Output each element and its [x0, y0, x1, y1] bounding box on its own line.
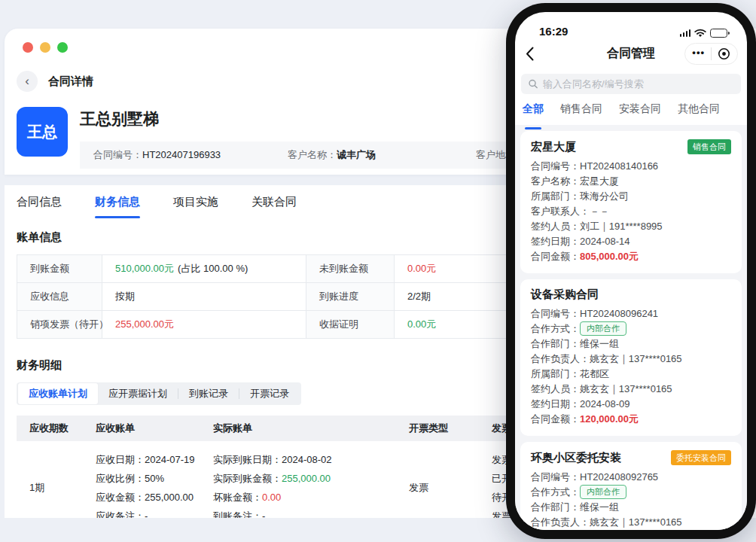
finance-detail-tabs: 应收账单计划 应开票据计划 到账记录 开票记录 — [17, 382, 301, 405]
cooperation-tag: 内部合作 — [580, 321, 626, 336]
receivable-cell: 应收日期：2024-07-19 应收比例：50% 应收金额：255,000.00… — [83, 450, 200, 518]
status-bar: 16:29 — [515, 12, 747, 39]
bill-label: 到账进度 — [306, 283, 395, 310]
card-field: 签约人员：姚玄玄｜137****0165 — [531, 382, 731, 397]
nav-bar: 合同管理 ••• — [515, 39, 747, 68]
card-field-amount: 合同金额：120,000.00元 — [531, 412, 731, 427]
card-field: 客户名称：宏星大厦 — [531, 174, 731, 189]
contract-card[interactable]: 设备采购合同 合同编号：HT202408096241 合作方式：内部合作 合作部… — [520, 279, 742, 436]
bill-value: 255,000.00元 — [102, 311, 306, 338]
card-field: 签约日期：2024-08-09 — [531, 397, 731, 412]
divider — [711, 47, 712, 60]
contract-card-title: 宏星大厦 — [531, 140, 576, 154]
bill-label: 未到账金额 — [306, 255, 395, 282]
card-field: 客户联系人：－－ — [531, 204, 731, 219]
tab-contract-info[interactable]: 合同信息 — [17, 185, 62, 218]
tab-sales-contract[interactable]: 销售合同 — [560, 102, 602, 125]
window-close-icon[interactable] — [23, 42, 33, 53]
wifi-icon — [694, 29, 706, 38]
bill-label: 销项发票（待开） — [17, 311, 102, 338]
back-button[interactable]: ‹ — [17, 71, 38, 92]
card-field-amount: 合同金额：805,000.00元 — [531, 249, 731, 264]
contract-filter-tabs: 全部 销售合同 安装合同 其他合同 — [515, 101, 747, 125]
card-field: 合作方式：内部合作 — [531, 485, 731, 500]
phone-frame: 16:29 合同管理 ••• — [506, 3, 756, 539]
card-field: 所属部门：珠海分公司 — [531, 189, 731, 204]
col-header-actual: 实际账单 — [200, 422, 396, 435]
card-field: 合作方式：内部合作 — [531, 321, 731, 336]
tab-finance-info[interactable]: 财务信息 — [95, 185, 140, 218]
avatar: 王总 — [17, 107, 68, 157]
col-header-period: 应收期数 — [17, 422, 83, 435]
bill-label: 应收信息 — [17, 283, 102, 310]
card-field: 合作部门：维保一组 — [531, 336, 731, 352]
battery-icon — [710, 29, 727, 38]
card-field: 合同编号：HT202408092765 — [531, 470, 731, 485]
search-bar[interactable] — [521, 74, 741, 94]
card-field: 所属部门：花都区 — [531, 367, 731, 382]
seg-invoice-plan[interactable]: 应开票据计划 — [98, 383, 178, 404]
card-field: 合同编号：HT202408140166 — [531, 159, 731, 174]
tab-other-contract[interactable]: 其他合同 — [678, 102, 720, 125]
customer-name-field: 客户名称：诚丰广场 — [288, 148, 476, 162]
clock: 16:29 — [539, 25, 568, 38]
card-field: 合同编号：HT202408096241 — [531, 306, 731, 321]
back-chevron-icon: ‹ — [25, 75, 29, 87]
card-field: 合作负责人：姚玄玄｜137****0165 — [531, 352, 731, 367]
close-minimize-target-icon[interactable] — [718, 47, 730, 60]
tab-all[interactable]: 全部 — [523, 102, 544, 125]
search-icon — [529, 79, 538, 89]
bill-label: 收据证明 — [306, 311, 395, 338]
contract-type-badge: 委托安装合同 — [671, 450, 731, 465]
tab-install-contract[interactable]: 安装合同 — [619, 102, 661, 125]
bill-value: 按期 — [102, 283, 306, 310]
invoice-type-cell: 发票 — [396, 481, 479, 495]
contract-card[interactable]: 环奥小区委托安装 委托安装合同 合同编号：HT202408092765 合作方式… — [520, 442, 742, 530]
window-maximize-icon[interactable] — [57, 42, 68, 53]
window-minimize-icon[interactable] — [40, 42, 50, 53]
contract-card-title: 设备采购合同 — [531, 288, 599, 302]
col-header-receivable: 应收账单 — [83, 422, 200, 435]
actual-cell: 实际到账日期：2024-08-02 实际到账金额：255,000.00 坏账金额… — [200, 450, 396, 518]
seg-arrival-records[interactable]: 到账记录 — [178, 383, 239, 404]
contract-card-title: 环奥小区委托安装 — [531, 451, 621, 465]
period-cell: 1期 — [17, 481, 83, 495]
page-title: 合同详情 — [48, 75, 93, 89]
miniprogram-capsule: ••• — [684, 43, 738, 65]
bill-label: 到账金额 — [17, 255, 102, 282]
card-field: 合作部门：维保一组 — [531, 500, 731, 515]
search-input[interactable] — [543, 78, 733, 90]
card-field: 签约日期：2024-08-14 — [531, 234, 731, 249]
seg-invoice-records[interactable]: 开票记录 — [239, 383, 300, 404]
seg-receivable-plan[interactable]: 应收账单计划 — [18, 383, 98, 404]
tab-related-contracts[interactable]: 关联合同 — [251, 185, 297, 218]
cooperation-tag: 内部合作 — [580, 485, 626, 499]
card-field: 签约人员：刘工｜191****8995 — [531, 219, 731, 234]
tab-project-implementation[interactable]: 项目实施 — [173, 185, 218, 218]
contract-no-field: 合同编号：HT202407196933 — [93, 148, 288, 162]
cellular-signal-icon — [680, 29, 691, 37]
contract-list: 宏星大厦 销售合同 合同编号：HT202408140166 客户名称：宏星大厦 … — [515, 125, 747, 530]
bill-value: 510,000.00元 (占比 100.00 %) — [102, 255, 306, 282]
more-menu-icon[interactable]: ••• — [692, 47, 705, 60]
phone-screen: 16:29 合同管理 ••• — [515, 12, 747, 530]
contract-card[interactable]: 宏星大厦 销售合同 合同编号：HT202408140166 客户名称：宏星大厦 … — [520, 131, 742, 273]
card-field: 合作负责人：姚玄玄｜137****0165 — [531, 515, 731, 530]
contract-type-badge: 销售合同 — [687, 139, 731, 154]
col-header-invoice-type: 开票类型 — [396, 422, 479, 435]
